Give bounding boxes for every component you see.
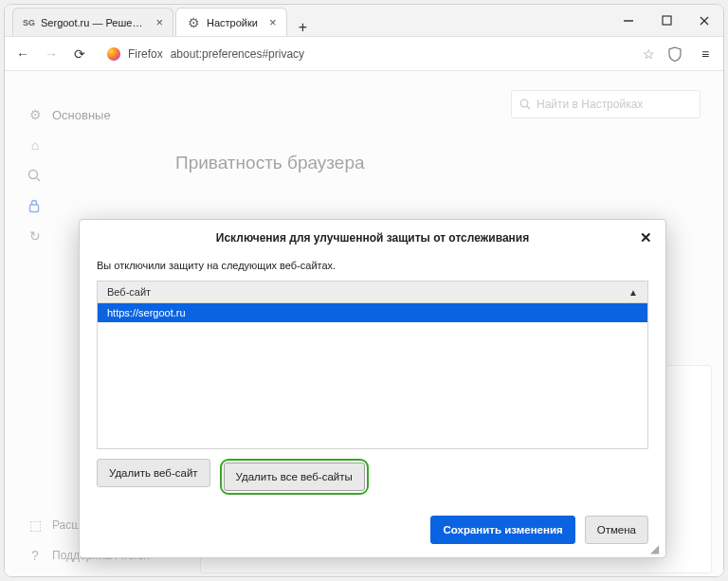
firefox-icon bbox=[107, 47, 120, 61]
modal-description: Вы отключили защиту на следующих веб-сай… bbox=[97, 260, 648, 271]
modal-action-row: Удалить веб-сайт Удалить все веб-сайты bbox=[97, 449, 648, 504]
back-button[interactable]: ← bbox=[14, 46, 31, 62]
menu-button[interactable]: ≡ bbox=[697, 46, 714, 62]
remove-site-button[interactable]: Удалить веб-сайт bbox=[97, 459, 210, 487]
cancel-button[interactable]: Отмена bbox=[585, 516, 648, 544]
forward-button[interactable]: → bbox=[43, 46, 60, 62]
content-area: ⚙Основные ⌂ ↻ ⬚Расширения и темы ?Поддер… bbox=[5, 71, 723, 577]
modal-body: Вы отключили защиту на следующих веб-сай… bbox=[80, 256, 665, 508]
column-header: Веб-сайт bbox=[107, 286, 151, 298]
exceptions-list[interactable]: https://sergoot.ru bbox=[97, 303, 648, 449]
site-icon: SG bbox=[23, 18, 35, 27]
window-controls bbox=[610, 5, 723, 36]
resize-handle-icon[interactable]: ◢ bbox=[650, 542, 662, 554]
close-icon[interactable]: × bbox=[269, 15, 277, 29]
modal-title: Исключения для улучшенной защиты от отсл… bbox=[216, 231, 529, 245]
modal-title-bar: Исключения для улучшенной защиты от отсл… bbox=[80, 220, 665, 256]
exceptions-modal: Исключения для улучшенной защиты от отсл… bbox=[79, 219, 666, 558]
gear-icon: ⚙ bbox=[186, 15, 201, 30]
remove-all-sites-button[interactable]: Удалить все веб-сайты bbox=[224, 463, 365, 491]
reload-button[interactable]: ⟳ bbox=[71, 46, 88, 62]
shield-icon[interactable] bbox=[668, 46, 685, 62]
url-path: about:preferences#privacy bbox=[171, 47, 304, 61]
tab-title: Настройки bbox=[207, 17, 258, 28]
highlight-ring: Удалить все веб-сайты bbox=[220, 459, 369, 495]
app-window: SG Sergoot.ru — Решение ваши… × ⚙ Настро… bbox=[4, 4, 724, 577]
close-icon[interactable]: ✕ bbox=[640, 229, 652, 246]
browser-tab-1[interactable]: SG Sergoot.ru — Решение ваши… × bbox=[12, 8, 173, 36]
tab-title: Sergoot.ru — Решение ваши… bbox=[41, 17, 144, 28]
list-item[interactable]: https://sergoot.ru bbox=[98, 303, 647, 322]
browser-tab-2[interactable]: ⚙ Настройки × bbox=[175, 8, 287, 36]
save-changes-button[interactable]: Сохранить изменения bbox=[430, 516, 574, 544]
list-header[interactable]: Веб-сайт ▲ bbox=[97, 281, 648, 303]
close-icon[interactable]: × bbox=[155, 15, 163, 29]
minimize-button[interactable] bbox=[610, 5, 647, 36]
svg-rect-1 bbox=[663, 16, 671, 25]
url-label: Firefox bbox=[128, 47, 163, 61]
bookmark-star-icon[interactable]: ☆ bbox=[640, 46, 657, 62]
navigation-bar: ← → ⟳ Firefox about:preferences#privacy … bbox=[5, 37, 723, 71]
title-bar: SG Sergoot.ru — Решение ваши… × ⚙ Настро… bbox=[5, 5, 723, 37]
address-bar[interactable]: Firefox about:preferences#privacy bbox=[100, 42, 628, 66]
close-window-button[interactable] bbox=[685, 5, 723, 36]
tab-strip: SG Sergoot.ru — Решение ваши… × ⚙ Настро… bbox=[5, 5, 610, 36]
dropdown-caret-icon: ▲ bbox=[628, 287, 638, 298]
maximize-button[interactable] bbox=[647, 5, 685, 36]
new-tab-button[interactable]: + bbox=[289, 19, 318, 36]
modal-footer: Сохранить изменения Отмена bbox=[80, 508, 665, 557]
